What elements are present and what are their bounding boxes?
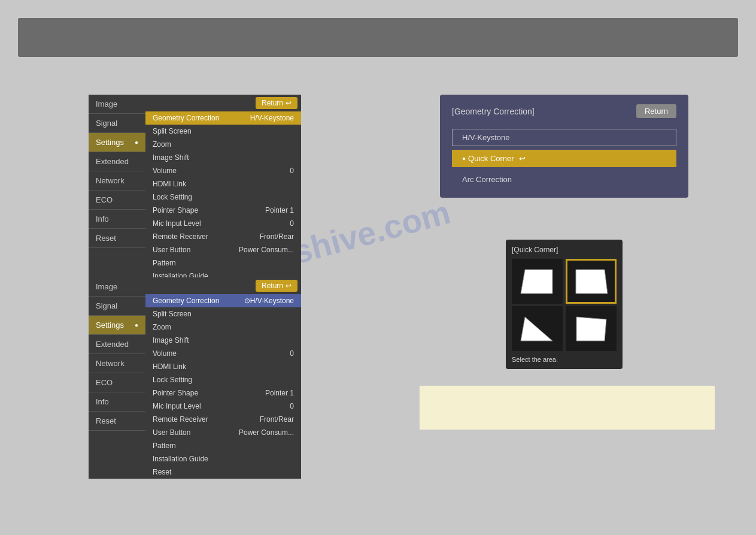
bottom-user-label: User Button bbox=[153, 428, 190, 437]
qc-shape-bottom-right bbox=[572, 312, 611, 345]
bottom-menu-item-imageshift[interactable]: Image Shift bbox=[145, 334, 301, 347]
bottom-menu-item-reset2[interactable]: Reset bbox=[145, 466, 301, 479]
top-menu-item-remote[interactable]: Remote Receiver Front/Rear bbox=[145, 230, 301, 243]
top-geometry-label: Geometry Correction bbox=[153, 114, 219, 122]
geometry-correction-panel: [Geometry Correction] Return H/V-Keyston… bbox=[440, 95, 688, 198]
bottom-volume-label: Volume bbox=[153, 349, 177, 358]
geom-option-quick-corner[interactable]: Quick Corner ↩ bbox=[452, 150, 676, 167]
geom-qc-label: Quick Corner bbox=[468, 154, 514, 163]
top-main-panel: Return Geometry Correction H/V-Keystone … bbox=[145, 95, 301, 296]
quick-corner-select-text: Select the area. bbox=[512, 356, 617, 363]
sidebar-item-image-bot[interactable]: Image bbox=[89, 277, 145, 297]
top-hdmi-label: HDMI Link bbox=[153, 180, 186, 188]
qc-shape-top-right bbox=[572, 265, 611, 298]
top-menu-item-lock[interactable]: Lock Setting bbox=[145, 191, 301, 204]
top-user-value: Power Consum... bbox=[239, 246, 294, 254]
sidebar-item-signal-top[interactable]: Signal bbox=[89, 114, 145, 133]
sidebar-item-signal-bot[interactable]: Signal bbox=[89, 297, 145, 316]
top-menu-item-pointer[interactable]: Pointer Shape Pointer 1 bbox=[145, 204, 301, 217]
qc-shape-bottom-left bbox=[518, 312, 557, 345]
top-menu-item-pattern[interactable]: Pattern bbox=[145, 256, 301, 270]
svg-marker-1 bbox=[576, 270, 608, 294]
top-menu-item-imageshift[interactable]: Image Shift bbox=[145, 151, 301, 164]
geom-hv-label: H/V-Keystone bbox=[462, 133, 510, 142]
bottom-menu-item-hdmi[interactable]: HDMI Link bbox=[145, 360, 301, 373]
top-mic-value: 0 bbox=[290, 219, 294, 228]
qc-cell-top-left[interactable] bbox=[512, 259, 563, 304]
geom-option-arc-correction[interactable]: Arc Correction bbox=[452, 171, 676, 188]
bottom-lock-label: Lock Setting bbox=[153, 376, 192, 384]
top-menu-item-geometry[interactable]: Geometry Correction H/V-Keystone bbox=[145, 111, 301, 125]
geom-arc-label: Arc Correction bbox=[462, 175, 512, 184]
quick-corner-panel: [Quick Corner] Select the area. bbox=[506, 240, 623, 369]
top-return-button[interactable]: Return bbox=[256, 97, 297, 109]
sidebar-item-settings-top[interactable]: Settings bbox=[89, 133, 145, 152]
sidebar-item-info-top[interactable]: Info bbox=[89, 210, 145, 229]
qc-cell-bottom-right[interactable] bbox=[566, 306, 617, 351]
quick-corner-title: [Quick Corner] bbox=[512, 246, 617, 254]
sidebar-item-eco-top[interactable]: ECO bbox=[89, 191, 145, 210]
bottom-menu-item-lock[interactable]: Lock Setting bbox=[145, 373, 301, 386]
top-menu-container: Image Signal Settings Extended Network E… bbox=[89, 95, 301, 296]
top-imageshift-label: Image Shift bbox=[153, 153, 189, 162]
top-panel-header: Return bbox=[145, 95, 301, 111]
bottom-menu-item-pointer[interactable]: Pointer Shape Pointer 1 bbox=[145, 386, 301, 400]
top-volume-value: 0 bbox=[290, 167, 294, 175]
sidebar-item-image-top[interactable]: Image bbox=[89, 95, 145, 114]
sidebar-item-extended-top[interactable]: Extended bbox=[89, 152, 145, 171]
bottom-pointer-value: Pointer 1 bbox=[265, 389, 294, 397]
bottom-menu-item-user[interactable]: User Button Power Consum... bbox=[145, 426, 301, 439]
top-user-label: User Button bbox=[153, 246, 190, 254]
sidebar-item-network-bot[interactable]: Network bbox=[89, 354, 145, 373]
top-menu-item-zoom[interactable]: Zoom bbox=[145, 138, 301, 151]
bottom-return-button[interactable]: Return bbox=[256, 280, 297, 292]
bottom-menu-item-zoom[interactable]: Zoom bbox=[145, 321, 301, 334]
top-mic-label: Mic Input Level bbox=[153, 219, 201, 228]
bottom-menu-item-pattern[interactable]: Pattern bbox=[145, 439, 301, 452]
geometry-return-button[interactable]: Return bbox=[636, 104, 676, 118]
bottom-split-label: Split Screen bbox=[153, 310, 192, 318]
bottom-pattern-label: Pattern bbox=[153, 442, 176, 450]
sidebar-item-extended-bot[interactable]: Extended bbox=[89, 335, 145, 354]
sidebar-item-info-bot[interactable]: Info bbox=[89, 392, 145, 412]
geom-option-hv-keystone[interactable]: H/V-Keystone bbox=[452, 129, 676, 146]
sidebar-item-reset-bot[interactable]: Reset bbox=[89, 412, 145, 431]
bottom-geometry-value: ⊙H/V-Keystone bbox=[244, 297, 294, 305]
bottom-pointer-label: Pointer Shape bbox=[153, 389, 198, 397]
top-menu-item-hdmi[interactable]: HDMI Link bbox=[145, 177, 301, 191]
bottom-menu-item-mic[interactable]: Mic Input Level 0 bbox=[145, 400, 301, 413]
bottom-remote-value: Front/Rear bbox=[260, 415, 294, 424]
geometry-options-list: H/V-Keystone Quick Corner ↩ Arc Correcti… bbox=[452, 129, 676, 188]
top-menu-item-volume[interactable]: Volume 0 bbox=[145, 164, 301, 177]
bottom-reset-label: Reset bbox=[153, 468, 171, 476]
bottom-zoom-label: Zoom bbox=[153, 323, 171, 331]
bottom-geometry-label: Geometry Correction bbox=[153, 297, 219, 305]
bottom-menu-item-geometry[interactable]: Geometry Correction ⊙H/V-Keystone bbox=[145, 294, 301, 307]
top-menu-item-mic[interactable]: Mic Input Level 0 bbox=[145, 217, 301, 230]
bottom-hdmi-label: HDMI Link bbox=[153, 362, 186, 371]
qc-cell-top-right[interactable] bbox=[566, 259, 617, 304]
svg-marker-2 bbox=[521, 317, 552, 341]
bottom-menu-item-installation[interactable]: Installation Guide bbox=[145, 452, 301, 466]
top-pointer-value: Pointer 1 bbox=[265, 206, 294, 214]
top-split-label: Split Screen bbox=[153, 127, 192, 135]
sidebar-item-eco-bot[interactable]: ECO bbox=[89, 373, 145, 392]
bottom-installation-label: Installation Guide bbox=[153, 455, 208, 463]
top-geometry-value: H/V-Keystone bbox=[250, 114, 294, 122]
top-bar bbox=[18, 18, 738, 57]
top-zoom-label: Zoom bbox=[153, 140, 171, 149]
quick-corner-grid bbox=[512, 259, 617, 351]
top-menu-item-user[interactable]: User Button Power Consum... bbox=[145, 243, 301, 256]
bottom-menu-item-volume[interactable]: Volume 0 bbox=[145, 347, 301, 360]
qc-cell-bottom-left[interactable] bbox=[512, 306, 563, 351]
svg-marker-3 bbox=[576, 317, 606, 341]
bottom-menu-item-remote[interactable]: Remote Receiver Front/Rear bbox=[145, 413, 301, 426]
sidebar-item-reset-top[interactable]: Reset bbox=[89, 229, 145, 248]
bottom-remote-label: Remote Receiver bbox=[153, 415, 208, 424]
sidebar-item-network-top[interactable]: Network bbox=[89, 171, 145, 191]
geom-qc-icon: ↩ bbox=[519, 154, 526, 163]
svg-marker-0 bbox=[521, 270, 552, 294]
bottom-menu-item-split[interactable]: Split Screen bbox=[145, 307, 301, 321]
sidebar-item-settings-bot[interactable]: Settings bbox=[89, 316, 145, 335]
top-menu-item-split[interactable]: Split Screen bbox=[145, 125, 301, 138]
